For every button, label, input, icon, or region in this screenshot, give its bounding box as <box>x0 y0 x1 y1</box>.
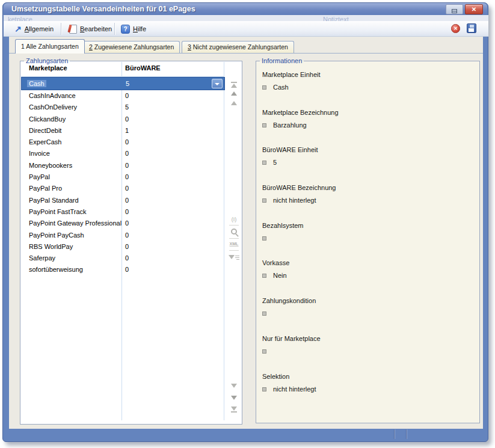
cell-buroware: 5 <box>126 78 129 90</box>
column-header-marketplace[interactable]: Marketplace <box>29 64 67 72</box>
info-value: nicht hinterlegt <box>273 197 316 204</box>
info-label: Bezahlsystem <box>262 222 479 229</box>
column-header-buroware[interactable]: BüroWARE <box>125 64 161 72</box>
info-label: BüroWARE Einheit <box>262 146 479 153</box>
scroll-to-bottom-icon[interactable] <box>231 407 237 413</box>
bullet-icon <box>262 311 266 316</box>
xml-export-icon[interactable]: XML <box>230 242 239 247</box>
info-value-row <box>262 348 479 355</box>
resize-grip[interactable] <box>407 429 407 439</box>
bullet-icon <box>262 198 266 203</box>
filter-icon[interactable] <box>229 254 239 261</box>
table-row[interactable]: DirectDebit1 <box>21 125 224 137</box>
tab-panel: 1 Alle Zahlungsarten 2 Zugewiesene Zahlu… <box>9 37 483 429</box>
cell-marketplace: PayPal Pro <box>29 185 62 192</box>
table-row[interactable]: PayPal Pro0 <box>21 183 224 194</box>
info-label: BüroWARE Bezeichnung <box>262 184 479 191</box>
cell-buroware: 0 <box>125 195 129 206</box>
info-label: Vorkasse <box>262 259 479 266</box>
info-section: BüroWARE Bezeichnungnicht hinterlegt <box>256 184 479 222</box>
table-row[interactable]: RBS WorldPay0 <box>21 241 224 253</box>
page-down-icon[interactable] <box>231 384 237 388</box>
cell-buroware: 5 <box>125 102 129 113</box>
cell-buroware: 1 <box>125 125 129 137</box>
informationen-legend: Informationen <box>260 57 304 65</box>
table-side-toolbar: (I) XML <box>226 61 242 424</box>
bearbeiten-button[interactable]: Bearbeiten <box>65 23 114 35</box>
table-row[interactable]: PayPoint Gateway Professional0 <box>21 218 224 229</box>
table-row[interactable]: Saferpay0 <box>21 253 224 264</box>
info-label: Selektion <box>262 373 479 380</box>
save-icon[interactable] <box>467 23 476 33</box>
background-window-gap <box>4 15 488 21</box>
tab-alle-zahlungsarten[interactable]: 1 Alle Zahlungsarten <box>15 39 85 54</box>
info-section: BüroWARE Einheit5 <box>256 146 479 184</box>
table-row[interactable]: Invoice0 <box>21 148 224 159</box>
info-value-row: Nein <box>262 272 479 280</box>
cell-buroware: 0 <box>125 160 129 171</box>
cell-marketplace: Cash <box>27 80 46 87</box>
toolbar-separator <box>61 23 62 35</box>
arrow-up-right-icon: ↗ <box>14 24 22 34</box>
cancel-icon[interactable]: ✕ <box>451 24 460 33</box>
cell-buroware: 0 <box>125 206 129 218</box>
hilfe-button[interactable]: ? Hilfe <box>118 23 149 35</box>
cell-buroware: 0 <box>125 171 129 183</box>
cell-marketplace: RBS WorldPay <box>29 243 73 250</box>
bullet-icon <box>262 236 266 241</box>
restore-window-button[interactable] <box>446 4 463 14</box>
info-section: Marketplace BezeichnungBarzahlung <box>256 109 479 147</box>
table-row[interactable]: Moneybookers0 <box>21 160 224 171</box>
zahlungsarten-groupbox: Zahlungsarten Marketplace BüroWARE Cash5… <box>20 61 242 425</box>
scroll-to-top-icon[interactable] <box>231 81 237 88</box>
search-icon[interactable] <box>231 229 237 235</box>
table-row[interactable]: CashOnDelivery5 <box>21 102 224 113</box>
dialog-window: Umsetzungstabelle Versandeinheiten für 0… <box>2 2 488 442</box>
move-up-icon[interactable] <box>231 91 237 96</box>
info-value: Barzahlung <box>273 121 307 129</box>
table-row[interactable]: ClickandBuy0 <box>21 114 224 125</box>
cell-marketplace: PayPal <box>29 173 50 180</box>
tab-nicht-zugewiesene-zahlungsarten[interactable]: 3 Nicht zugewiesene Zahlungsarten <box>182 41 294 53</box>
table-row[interactable]: Cash5 <box>21 77 225 90</box>
bullet-icon <box>262 274 266 278</box>
restore-icon <box>452 9 457 13</box>
table-row[interactable]: CashInAdvance0 <box>21 90 224 102</box>
edit-document-icon <box>67 24 77 34</box>
cell-buroware: 0 <box>125 114 129 125</box>
bullet-icon <box>262 387 266 391</box>
bullet-icon <box>262 161 266 165</box>
move-down-icon[interactable] <box>231 396 237 400</box>
bearbeiten-label: Bearbeiten <box>80 25 112 32</box>
cell-marketplace: CashInAdvance <box>29 92 76 99</box>
resize-grip[interactable] <box>395 429 395 439</box>
info-value: Nein <box>273 272 287 280</box>
cell-marketplace: DirectDebit <box>29 127 61 134</box>
bullet-icon <box>262 349 266 354</box>
table-row[interactable]: PayPoint FastTrack0 <box>21 206 224 218</box>
table-row[interactable]: PayPoint PayCash0 <box>21 230 224 241</box>
info-value-row: 5 <box>262 159 479 167</box>
window-title: Umsetzungstabelle Versandeinheiten für 0… <box>11 5 195 13</box>
dropdown-button[interactable] <box>212 79 223 88</box>
info-section: Selektionnicht hinterlegt <box>256 373 479 411</box>
table-row[interactable]: PayPal Standard0 <box>21 195 224 206</box>
column-width-icon[interactable]: (I) <box>232 216 237 222</box>
table-row[interactable]: ExperCash0 <box>21 137 224 148</box>
cell-buroware: 0 <box>125 183 129 194</box>
cell-buroware: 0 <box>125 264 129 275</box>
table-row[interactable]: sofortüberweisung0 <box>21 264 224 275</box>
allgemein-button[interactable]: ↗ Allgemein <box>12 23 56 35</box>
cell-buroware: 0 <box>125 253 129 264</box>
cell-marketplace: Moneybookers <box>29 162 72 169</box>
table-row[interactable]: PayPal0 <box>21 171 224 183</box>
info-label: Marketplace Bezeichnung <box>262 109 479 116</box>
tab-zugewiesene-zahlungsarten[interactable]: 2 Zugewiesene Zahlungsarten <box>83 41 180 53</box>
close-window-button[interactable]: ✕ <box>465 4 483 14</box>
informationen-groupbox: Informationen Marketplace EinheitCashMar… <box>256 61 480 423</box>
info-section: Zahlungskondition <box>256 297 479 335</box>
cell-marketplace: CashOnDelivery <box>29 103 77 111</box>
page-up-icon[interactable] <box>231 101 237 105</box>
cell-buroware: 0 <box>125 148 129 159</box>
hilfe-label: Hilfe <box>133 25 146 32</box>
